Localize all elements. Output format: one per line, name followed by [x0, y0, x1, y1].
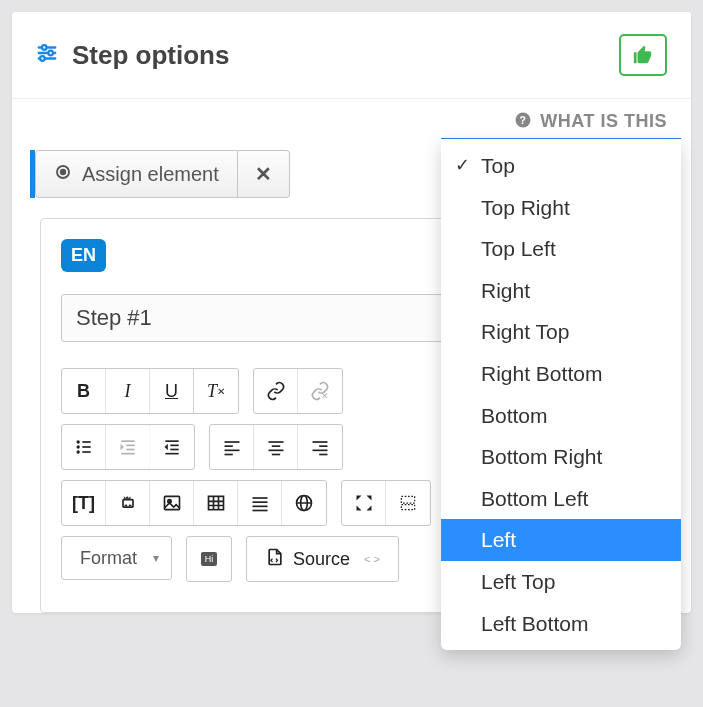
target-icon	[54, 163, 72, 186]
svg-rect-17	[126, 445, 134, 447]
align-center-button[interactable]	[254, 425, 298, 469]
svg-marker-58	[366, 506, 371, 511]
clear-assign-button[interactable]: ✕	[238, 150, 290, 198]
sliders-icon	[36, 42, 58, 68]
svg-rect-41	[164, 496, 179, 509]
bullet-list-button[interactable]	[62, 425, 106, 469]
svg-rect-35	[319, 445, 327, 447]
svg-rect-18	[126, 449, 134, 451]
panel-header: Step options	[12, 12, 691, 99]
language-badge[interactable]: EN	[61, 239, 106, 272]
svg-rect-37	[319, 454, 327, 456]
position-option[interactable]: Right Top	[441, 311, 681, 353]
svg-text:?: ?	[520, 114, 527, 126]
table-button[interactable]	[194, 481, 238, 525]
svg-rect-22	[170, 445, 178, 447]
maximize-button[interactable]	[342, 481, 386, 525]
assign-element-button[interactable]: Assign element	[35, 150, 238, 198]
media-button[interactable]	[106, 481, 150, 525]
position-dropdown[interactable]: ✓TopTop RightTop LeftRightRight TopRight…	[441, 138, 681, 650]
source-icon	[265, 547, 285, 572]
svg-rect-28	[224, 450, 239, 452]
svg-marker-25	[165, 444, 168, 451]
position-option[interactable]: ✓Top	[441, 145, 681, 187]
source-button[interactable]: Source < >	[247, 537, 398, 581]
blocks-button[interactable]	[386, 481, 430, 525]
unlink-button[interactable]: ✕	[298, 369, 342, 413]
position-option[interactable]: Left Bottom	[441, 603, 681, 645]
svg-marker-57	[356, 506, 361, 511]
svg-marker-56	[366, 496, 371, 501]
what-is-this-link[interactable]: ? WHAT IS THIS	[12, 99, 691, 142]
svg-rect-39	[124, 505, 127, 507]
svg-point-12	[76, 445, 79, 448]
svg-point-9	[61, 169, 66, 174]
svg-rect-23	[170, 449, 178, 451]
align-right-button[interactable]	[298, 425, 342, 469]
italic-button[interactable]: I	[106, 369, 150, 413]
svg-rect-40	[128, 505, 131, 507]
svg-marker-55	[356, 496, 361, 501]
svg-rect-60	[401, 505, 414, 510]
svg-rect-27	[224, 445, 232, 447]
justify-button[interactable]	[238, 481, 282, 525]
svg-rect-33	[271, 454, 279, 456]
outdent-button[interactable]	[106, 425, 150, 469]
svg-rect-34	[313, 441, 328, 443]
format-select[interactable]: Format	[61, 536, 172, 580]
position-option[interactable]: Right	[441, 270, 681, 312]
position-option[interactable]: Bottom Left	[441, 478, 681, 520]
check-icon: ✓	[455, 151, 481, 180]
svg-point-3	[48, 51, 53, 56]
link-button[interactable]	[254, 369, 298, 413]
position-option[interactable]: Bottom	[441, 395, 681, 437]
position-option[interactable]: Top Left	[441, 228, 681, 270]
svg-rect-49	[252, 501, 267, 503]
svg-rect-13	[82, 446, 90, 448]
underline-button[interactable]: U	[150, 369, 194, 413]
svg-rect-21	[165, 440, 178, 442]
close-icon: ✕	[255, 162, 272, 186]
highlight-button[interactable]: Hi	[187, 537, 231, 581]
position-option[interactable]: Right Bottom	[441, 353, 681, 395]
svg-point-1	[42, 45, 47, 50]
svg-rect-32	[268, 450, 283, 452]
svg-rect-24	[165, 453, 178, 455]
svg-rect-29	[224, 454, 232, 456]
thumbs-up-button[interactable]	[619, 34, 667, 76]
help-icon: ?	[514, 111, 532, 134]
svg-rect-59	[401, 496, 414, 503]
svg-rect-48	[252, 497, 267, 499]
indent-button[interactable]	[150, 425, 194, 469]
svg-rect-36	[313, 450, 328, 452]
globe-button[interactable]	[282, 481, 326, 525]
hi-icon: Hi	[201, 552, 218, 566]
svg-point-10	[76, 440, 79, 443]
svg-marker-20	[120, 444, 123, 451]
bold-button[interactable]: B	[62, 369, 106, 413]
svg-rect-11	[82, 441, 90, 443]
svg-rect-15	[82, 451, 90, 453]
align-left-button[interactable]	[210, 425, 254, 469]
svg-rect-30	[268, 441, 283, 443]
image-button[interactable]	[150, 481, 194, 525]
position-option[interactable]: Bottom Right	[441, 436, 681, 478]
svg-rect-50	[252, 506, 267, 508]
clear-format-button[interactable]: T✕	[194, 369, 238, 413]
svg-point-14	[76, 450, 79, 453]
svg-rect-16	[121, 440, 134, 442]
svg-rect-19	[121, 453, 134, 455]
assign-element-group: Assign element ✕	[30, 150, 290, 198]
position-option[interactable]: Left Top	[441, 561, 681, 603]
svg-rect-31	[271, 445, 279, 447]
textbox-button[interactable]: [T]	[62, 481, 106, 525]
code-icon: < >	[364, 553, 380, 565]
position-option[interactable]: Left	[441, 519, 681, 561]
svg-rect-43	[208, 496, 223, 509]
panel-title: Step options	[72, 40, 619, 71]
svg-rect-38	[123, 500, 133, 508]
svg-rect-26	[224, 441, 239, 443]
svg-point-5	[40, 56, 45, 61]
svg-rect-51	[252, 510, 267, 512]
position-option[interactable]: Top Right	[441, 187, 681, 229]
